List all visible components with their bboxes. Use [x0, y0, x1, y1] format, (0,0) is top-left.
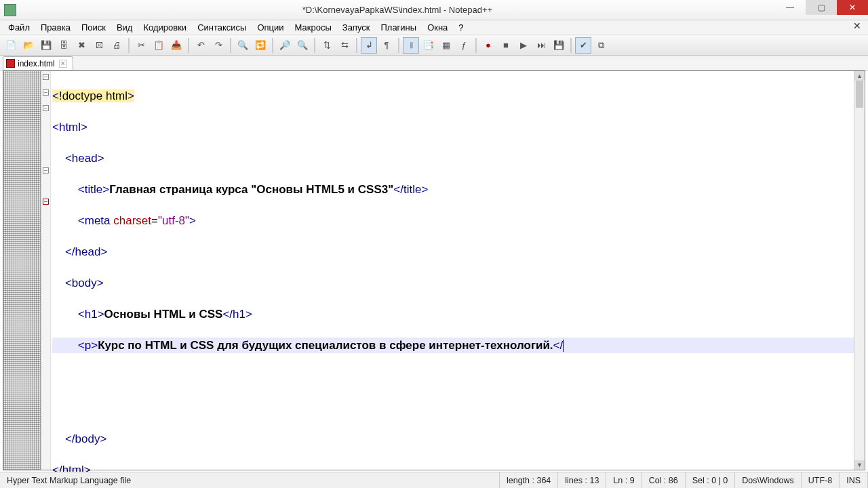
find-icon[interactable]: 🔍 — [235, 37, 251, 54]
fold-box-icon[interactable]: – — [43, 74, 49, 80]
save-all-icon[interactable]: 🗄 — [56, 37, 72, 54]
status-eol[interactable]: Dos\Windows — [735, 472, 801, 488]
redo-icon[interactable]: ↷ — [210, 37, 226, 54]
toolbar-sep — [272, 38, 273, 53]
code-line — [52, 369, 865, 384]
copy-icon[interactable]: 📋 — [151, 37, 167, 54]
open-file-icon[interactable]: 📂 — [20, 37, 37, 54]
toolbar-sep — [398, 38, 399, 53]
play-multi-icon[interactable]: ⏭ — [533, 37, 549, 54]
titlebar: *D:\KornevayaPapkaWS\index.html - Notepa… — [0, 0, 868, 20]
menu-encoding[interactable]: Кодировки — [138, 22, 192, 33]
menubar: Файл Правка Поиск Вид Кодировки Синтакси… — [0, 20, 868, 35]
status-ln: Ln : 9 — [606, 472, 642, 488]
spell-check-icon[interactable]: ✔ — [575, 37, 591, 54]
close-all-icon[interactable]: ⛝ — [91, 37, 107, 54]
save-macro-icon[interactable]: 💾 — [551, 37, 567, 54]
status-mode[interactable]: INS — [840, 472, 868, 488]
zoom-out-icon[interactable]: 🔍 — [294, 37, 311, 54]
fold-box-icon[interactable]: – — [43, 105, 49, 111]
code-line: <title>Главная страница курса "Основы HT… — [52, 182, 865, 197]
code-line: <body> — [52, 275, 865, 291]
word-wrap-icon[interactable]: ↲ — [361, 37, 377, 54]
toolbar-sep — [230, 38, 231, 53]
maximize-button[interactable]: ▢ — [806, 0, 837, 15]
code-area[interactable]: <!doctype html> <html> <head> <title>Гла… — [51, 71, 865, 470]
menu-syntax[interactable]: Синтаксисы — [192, 22, 252, 33]
compare-icon[interactable]: ⧉ — [593, 37, 609, 54]
paste-icon[interactable]: 📥 — [168, 37, 184, 54]
func-list-icon[interactable]: ƒ — [456, 37, 472, 54]
app-icon — [4, 4, 16, 16]
sync-h-icon[interactable]: ⇆ — [336, 37, 353, 54]
menu-run[interactable]: Запуск — [337, 22, 376, 33]
play-icon[interactable]: ▶ — [515, 37, 532, 54]
indent-guide-icon[interactable]: ⦀ — [403, 37, 419, 54]
close-file-icon[interactable]: ✖ — [73, 37, 90, 54]
status-col: Col : 86 — [642, 472, 686, 488]
status-sel: Sel : 0 | 0 — [686, 472, 736, 488]
print-icon[interactable]: 🖨 — [108, 37, 125, 54]
tab-close-icon[interactable]: ✕ — [59, 60, 67, 68]
menu-macros[interactable]: Макросы — [290, 22, 337, 33]
code-line: <h1>Основы HTML и CSS</h1> — [52, 306, 865, 322]
menu-search[interactable]: Поиск — [76, 22, 111, 33]
record-icon[interactable]: ● — [480, 37, 496, 54]
code-line-current: <p>Курс по HTML и CSS для будущих специа… — [52, 338, 865, 353]
toolbar-sep — [570, 38, 572, 53]
code-line: <html> — [52, 119, 865, 135]
new-file-icon[interactable]: 📄 — [3, 37, 19, 54]
status-encoding[interactable]: UTF-8 — [802, 472, 840, 488]
toolbar-sep — [314, 38, 315, 53]
status-filetype: Hyper Text Markup Language file — [0, 472, 500, 488]
scroll-down-icon[interactable]: ▼ — [854, 460, 865, 470]
code-line: </body> — [52, 431, 865, 447]
file-tab[interactable]: index.html ✕ — [3, 56, 73, 70]
fold-margin: – – – – – — [41, 71, 51, 470]
text-cursor — [563, 340, 564, 352]
code-line: </head> — [52, 244, 865, 260]
status-lines: lines : 13 — [558, 472, 606, 488]
sync-v-icon[interactable]: ⇅ — [319, 37, 335, 54]
tab-filename: index.html — [18, 59, 55, 68]
menu-view[interactable]: Вид — [111, 22, 138, 33]
fold-box-icon[interactable]: – — [43, 199, 49, 205]
undo-icon[interactable]: ↶ — [193, 37, 209, 54]
user-lang-icon[interactable]: 📑 — [420, 37, 437, 54]
menu-options[interactable]: Опции — [252, 22, 289, 33]
cut-icon[interactable]: ✂ — [133, 37, 149, 54]
editor: – – – – – <!doctype html> <html> <head> … — [3, 70, 865, 470]
menu-plugins[interactable]: Плагины — [375, 22, 422, 33]
vertical-scrollbar[interactable]: ▲ ▼ — [854, 71, 865, 470]
window-controls: — ▢ ✕ — [774, 0, 868, 20]
fold-box-icon[interactable]: – — [43, 89, 49, 96]
fold-box-icon[interactable]: – — [43, 167, 49, 174]
tabbar: index.html ✕ — [0, 56, 868, 70]
status-length: length : 364 — [500, 472, 558, 488]
scroll-thumb[interactable] — [856, 81, 863, 108]
toolbar: 📄 📂 💾 🗄 ✖ ⛝ 🖨 ✂ 📋 📥 ↶ ↷ 🔍 🔁 🔎 🔍 ⇅ ⇆ ↲ ¶ … — [0, 35, 868, 56]
menu-windows[interactable]: Окна — [422, 22, 453, 33]
replace-icon[interactable]: 🔁 — [252, 37, 269, 54]
menu-file[interactable]: Файл — [3, 22, 35, 33]
code-line: <!doctype html> — [52, 88, 865, 104]
code-line: <head> — [52, 150, 865, 166]
stop-icon[interactable]: ■ — [498, 37, 514, 54]
minimize-button[interactable]: — — [774, 0, 806, 15]
code-line — [52, 400, 865, 415]
show-all-chars-icon[interactable]: ¶ — [378, 37, 395, 54]
modified-disk-icon — [6, 59, 15, 68]
menu-mdi-close[interactable]: ✕ — [849, 20, 865, 31]
toolbar-sep — [128, 38, 130, 53]
toolbar-sep — [475, 38, 477, 53]
toolbar-sep — [188, 38, 189, 53]
doc-map-icon[interactable]: ▦ — [438, 37, 454, 54]
close-button[interactable]: ✕ — [837, 0, 868, 15]
menu-edit[interactable]: Правка — [35, 22, 76, 33]
zoom-in-icon[interactable]: 🔎 — [277, 37, 293, 54]
toolbar-sep — [356, 38, 357, 53]
menu-help[interactable]: ? — [453, 22, 469, 33]
scroll-up-icon[interactable]: ▲ — [854, 71, 865, 81]
line-number-margin — [3, 71, 41, 470]
save-icon[interactable]: 💾 — [38, 37, 54, 54]
